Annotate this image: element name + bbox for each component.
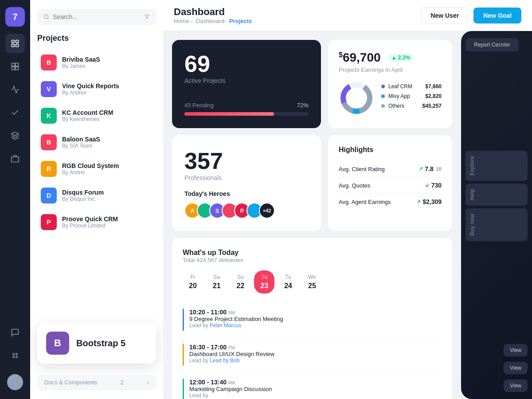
project-info: Disqus Forum By Disqus Inc. — [62, 189, 104, 202]
view-button-3[interactable]: View — [504, 379, 528, 392]
project-by: By SIA Team — [62, 143, 100, 149]
report-center-button[interactable]: Report Cecnter — [466, 38, 519, 51]
project-item-rgb[interactable]: R RGB Cloud System By Andrei — [37, 156, 156, 181]
svg-point-12 — [13, 356, 14, 358]
event-time: 12:00 - 13:40 AM — [189, 379, 272, 386]
sidebar-item-layers[interactable] — [5, 126, 25, 145]
project-name: Baloon SaaS — [62, 136, 100, 143]
project-item-disqus[interactable]: D Disqus Forum By Disqus Inc. — [37, 183, 156, 208]
sidebar-item-message[interactable] — [5, 323, 25, 342]
sidebar-item-dashboard[interactable] — [5, 34, 25, 53]
bootstrap-card[interactable]: B Bootstrap 5 — [37, 323, 156, 364]
legend-amount: $7,660 — [425, 83, 442, 90]
calendar-day-21[interactable]: Sa 21 — [207, 270, 227, 293]
donut-row: Leaf CRM $7,660 Mivy App $2,820 Others $… — [339, 80, 442, 116]
event-ampm: AM — [228, 380, 235, 385]
new-user-button[interactable]: New User — [421, 7, 468, 24]
project-by: By Proove Limited — [62, 223, 118, 229]
day-num: 21 — [213, 282, 221, 290]
breadcrumb: Home - Dashboard- Projects — [174, 18, 252, 24]
progress-fill — [184, 112, 274, 116]
svg-point-13 — [16, 356, 17, 358]
legend-item: Mivy App $2,820 — [381, 93, 442, 99]
calendar-section: What's up Today Total 424,567 deliveries… — [172, 238, 452, 399]
project-info: Baloon SaaS By SIA Team — [62, 136, 100, 149]
svg-rect-4 — [12, 63, 15, 66]
docs-count: 2 — [121, 379, 124, 386]
events-list: 10:20 - 11:00 AM 9 Degree Project Estima… — [183, 302, 442, 399]
project-logo: D — [41, 188, 57, 203]
project-item-briviba[interactable]: B Briviba SaaS By James — [37, 50, 156, 75]
trend-up-icon: ↗ — [416, 199, 421, 205]
calendar-day-22[interactable]: Su 22 — [231, 270, 251, 293]
projects-title: Projects — [37, 34, 69, 43]
stats-row: 357 Professionals Today's Heroes ASP+42 … — [172, 135, 452, 231]
search-input[interactable] — [53, 13, 141, 20]
event-lead-link[interactable]: Peter Marcus — [210, 322, 241, 329]
day-name: We — [308, 274, 316, 280]
event-item: 12:00 - 13:40 AM Marketing Campaign Disc… — [183, 372, 442, 399]
highlight-val: ↗ 7.810 — [419, 165, 442, 172]
svg-rect-5 — [16, 63, 19, 66]
calendar-day-23[interactable]: Tu 23 — [254, 270, 274, 293]
active-projects-card: 69 Active Projects 43 Pending 72% — [172, 40, 321, 128]
sidebar-item-chart[interactable] — [5, 80, 25, 99]
event-ampm: AM — [228, 310, 235, 315]
legend-item: Others $45,257 — [381, 103, 442, 109]
app-badge[interactable]: 7 — [5, 7, 25, 27]
prof-count: 357 — [184, 148, 309, 174]
highlight-key: Avg. Quotes — [339, 182, 370, 189]
help-tab[interactable]: Help — [466, 184, 528, 206]
new-goal-button[interactable]: New Goal — [473, 8, 521, 23]
svg-rect-1 — [16, 40, 19, 43]
project-name: Briviba SaaS — [62, 56, 100, 63]
project-logo: B — [41, 55, 57, 70]
svg-rect-7 — [16, 67, 19, 70]
whats-up-title: What's up Today — [183, 249, 442, 257]
day-name: Sa — [213, 274, 220, 280]
sidebar-item-briefcase[interactable] — [5, 149, 25, 168]
calendar-day-20[interactable]: Fr 20 — [183, 270, 203, 293]
svg-marker-8 — [12, 132, 19, 136]
project-item-baloon[interactable]: B Baloon SaaS By SIA Team — [37, 130, 156, 155]
project-logo: B — [41, 134, 57, 150]
user-avatar-bottom[interactable] — [5, 372, 25, 392]
explore-tab[interactable]: Explore — [466, 151, 528, 181]
project-name: KC Account CRM — [62, 109, 113, 116]
event-lead-link[interactable]: Lead by Bob — [210, 357, 239, 364]
sidebar-item-check[interactable] — [5, 103, 25, 122]
filter-icon[interactable] — [145, 14, 150, 20]
project-item-proove[interactable]: P Proove Quick CRM By Proove Limited — [37, 210, 156, 235]
view-button-2[interactable]: View — [504, 362, 528, 374]
docs-bar[interactable]: Docs & Components 2 › — [37, 375, 156, 390]
earnings-badge: ▲ 2.2% — [388, 54, 414, 62]
event-lead: Lead by — [189, 392, 272, 399]
event-lead: Lead by Peter Marcus — [189, 322, 283, 329]
heroes-label: Today's Heroes — [184, 190, 309, 197]
project-by: By Disqus Inc. — [62, 196, 104, 202]
svg-rect-3 — [16, 44, 19, 47]
calendar-day-24[interactable]: Tu 24 — [278, 270, 298, 293]
projects-panel: Projects B Briviba SaaS By James V Vine … — [30, 0, 163, 399]
event-details: 16:30 - 17:00 PM Dashboard UI/UX Design … — [189, 344, 274, 364]
buy-now-tab[interactable]: Buy now — [466, 208, 528, 241]
highlights-list: Avg. Client Rating ↗ 7.810 Avg. Quotes ↙… — [339, 161, 442, 210]
project-logo: K — [41, 108, 57, 124]
legend-dot — [381, 94, 385, 98]
search-bar[interactable] — [37, 9, 156, 25]
page-title: Dashboard — [174, 6, 252, 18]
sidebar-item-grid[interactable] — [5, 57, 25, 76]
project-item-vine[interactable]: V Vine Quick Reports By Andres — [37, 77, 156, 102]
calendar-day-25[interactable]: We 25 — [302, 270, 322, 293]
highlights-card: Highlights Avg. Client Rating ↗ 7.810 Av… — [328, 135, 452, 231]
projects-list: B Briviba SaaS By James V Vine Quick Rep… — [37, 50, 156, 235]
sidebar-item-apps[interactable] — [5, 346, 25, 365]
view-button-1[interactable]: View — [504, 344, 528, 356]
day-name: Fr — [190, 274, 195, 280]
highlight-val: ↗ $2,309 — [416, 198, 442, 205]
highlight-row: Avg. Quotes ↙ 730 — [339, 177, 442, 194]
event-time: 16:30 - 17:00 PM — [189, 344, 274, 351]
project-item-kc[interactable]: K KC Account CRM By Keenthemes — [37, 103, 156, 128]
calendar-days: Fr 20 Sa 21 Su 22 Tu 23 Tu 24 We 25 — [183, 270, 442, 293]
main-content: Dashboard Home - Dashboard- Projects New… — [163, 0, 532, 399]
